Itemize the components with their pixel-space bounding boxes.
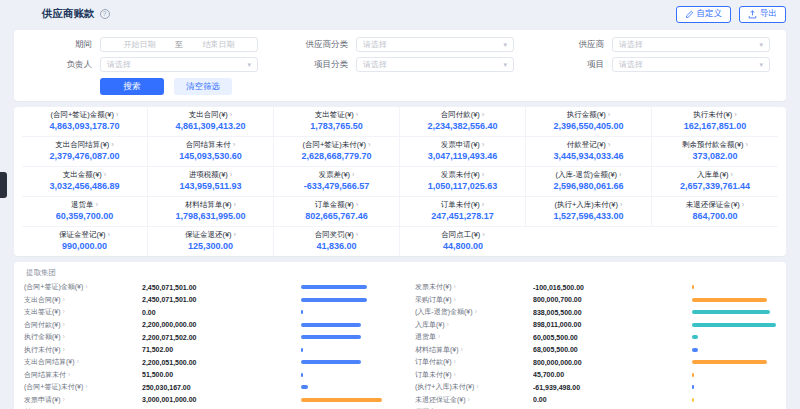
metric-bar [301,398,382,402]
clear-filters-button[interactable]: 清空筛选 [174,78,232,95]
customize-button[interactable]: 自定义 [676,6,732,23]
select-placeholder: 请选择 [619,59,643,70]
date-range-input-period[interactable]: 开始日期至结束日期 [100,37,258,52]
page-title: 供应商账款 [42,7,95,21]
metric-label[interactable]: 订单付款(¥)› [415,357,533,367]
export-button[interactable]: 导出 [739,6,786,23]
stat-value[interactable]: 44,800.00 [403,241,523,252]
metric-label[interactable]: 入库单(¥)› [415,320,533,330]
metric-label[interactable]: 退货单› [415,332,533,342]
metric-label[interactable]: (入库-退货)金额(¥)› [415,307,533,317]
help-icon[interactable]: ? [100,9,110,19]
metric-label[interactable]: 未退还保证金(¥)› [415,395,533,405]
select-placeholder: 请选择 [363,59,387,70]
stat-label: 发票未付(¥)› [403,170,522,179]
metric-bar [692,298,767,302]
chevron-right-icon: › [482,170,485,179]
metric-value: 800,000,700.00 [533,296,692,303]
metric-label[interactable]: (合同+签证)未付(¥)› [24,382,142,392]
stat-value[interactable]: 4,863,093,178.70 [25,121,144,132]
group-metrics-panel: 提取集团 (合同+签证)金额(¥)›2,450,071,501.00支出合同(¥… [14,262,786,409]
stat-card-20: 订单金额(¥)›802,665,767.46 [274,197,400,227]
select-project[interactable]: 请选择▾ [612,57,770,72]
stat-value[interactable]: 1,050,117,025.63 [403,181,522,192]
metric-label[interactable]: 采购订单(¥)› [415,295,533,305]
stat-card-17: 入库单(¥)›2,657,339,761.44 [652,167,778,197]
stat-value[interactable]: 3,032,456,486.89 [25,181,144,192]
stat-value[interactable]: 2,379,476,087.00 [25,151,144,162]
metric-row: 订单付款(¥)›800,000,000.00 [415,356,776,369]
stat-value[interactable]: 125,300.00 [151,241,270,252]
metric-label[interactable]: 合同付款(¥)› [24,320,142,330]
search-button[interactable]: 搜索 [100,78,164,95]
stat-card-0: (合同+签证)金额(¥)›4,863,093,178.70 [22,107,148,137]
stat-value[interactable]: 2,596,980,061.66 [529,181,648,192]
stat-value[interactable]: 2,396,550,405.00 [529,121,648,132]
stat-value[interactable]: 2,628,668,779.70 [277,151,396,162]
stat-value[interactable]: 2,657,339,761.44 [655,181,775,192]
metric-label[interactable]: 发票未付(¥)› [415,282,533,292]
metric-row: 合同结算未付›51,500.00 [24,369,385,382]
stat-value[interactable]: 4,861,309,413.20 [151,121,270,132]
stat-value[interactable]: 60,359,700.00 [25,211,144,222]
chevron-right-icon: › [454,371,456,378]
start-date-placeholder: 开始日期 [107,39,172,50]
metric-label[interactable]: 合同结算未付› [24,370,142,380]
stats-grid: (合同+签证)金额(¥)›4,863,093,178.70支出合同(¥)›4,8… [22,107,778,256]
stat-label: 订单金额(¥)› [277,200,396,209]
metric-label[interactable]: 执行未付(¥)› [24,345,142,355]
stat-card-14: 发票差(¥)›-633,479,566.57 [274,167,400,197]
chevron-right-icon: › [116,110,119,119]
stat-value[interactable]: 143,959,511.93 [151,181,270,192]
metric-label[interactable]: 订单未付(¥)› [415,370,533,380]
metric-label[interactable]: (合同+签证)金额(¥)› [24,282,142,292]
stat-value[interactable]: -633,479,566.57 [277,181,396,192]
metric-label[interactable]: 支出合同(¥)› [24,295,142,305]
chevron-right-icon: › [104,170,107,179]
stat-label: 执行金额(¥)› [529,110,648,119]
drawer-handle[interactable] [0,172,7,198]
chevron-right-icon: › [482,140,485,149]
stat-card-5: 执行未付(¥)›162,167,851.00 [652,107,778,137]
select-owner[interactable]: 请选择▾ [100,57,258,72]
metric-bar [301,335,361,339]
stat-label: 支出签证(¥)› [277,110,396,119]
stat-value[interactable]: 41,836.00 [277,241,396,252]
metric-row: (合同+签证)金额(¥)›2,450,071,501.00 [24,281,385,294]
stat-value[interactable]: 1,798,631,995.00 [151,211,270,222]
metric-value: 51,500.00 [142,371,301,378]
chevron-right-icon: › [447,321,449,328]
chevron-right-icon: › [63,396,65,403]
metric-label[interactable]: 发票申请(¥)› [24,395,142,405]
chevron-right-icon: › [475,308,477,315]
stat-value[interactable]: 990,000.00 [25,241,144,252]
stat-label: 合同结算未付› [151,140,270,149]
stat-value[interactable]: 1,783,765.50 [277,121,396,132]
stat-value[interactable]: 145,093,530.60 [151,151,270,162]
stat-value[interactable]: 2,234,382,556.40 [403,121,522,132]
stat-card-10: 付款登记(¥)›3,445,934,033.46 [526,137,652,167]
select-project-category[interactable]: 请选择▾ [356,57,514,72]
stat-value[interactable]: 3,445,934,033.46 [529,151,648,162]
stat-card-7: 合同结算未付›145,093,530.60 [148,137,274,167]
metric-bar [301,373,303,377]
metric-label[interactable]: (执行+入库)未付(¥)› [415,382,533,392]
stat-value[interactable]: 1,527,596,433.00 [529,211,648,222]
stat-value[interactable]: 373,082.00 [655,151,775,162]
filter-panel: 期间开始日期至结束日期供应商分类请选择▾供应商请选择▾负责人请选择▾项目分类请选… [14,30,786,101]
metric-label[interactable]: 支出合同结算(¥)› [24,357,142,367]
stat-value[interactable]: 3,047,119,493.46 [403,151,522,162]
filter-label-project-category: 项目分类 [286,59,348,71]
metric-row: 订单未付(¥)›45,700.00 [415,369,776,382]
select-supplier[interactable]: 请选择▾ [612,37,770,52]
select-supplier-category[interactable]: 请选择▾ [356,37,514,52]
stat-value[interactable]: 864,700.00 [655,211,775,222]
metric-label[interactable]: 执行金额(¥)› [24,332,142,342]
stat-value[interactable]: 247,451,278.17 [403,211,522,222]
chevron-right-icon: › [63,308,65,315]
stat-value[interactable]: 162,167,851.00 [655,121,775,132]
chevron-right-icon: › [356,110,359,119]
stat-value[interactable]: 802,665,767.46 [277,211,396,222]
metric-label[interactable]: 材料结算单(¥)› [415,345,533,355]
metric-label[interactable]: 支出签证(¥)› [24,307,142,317]
